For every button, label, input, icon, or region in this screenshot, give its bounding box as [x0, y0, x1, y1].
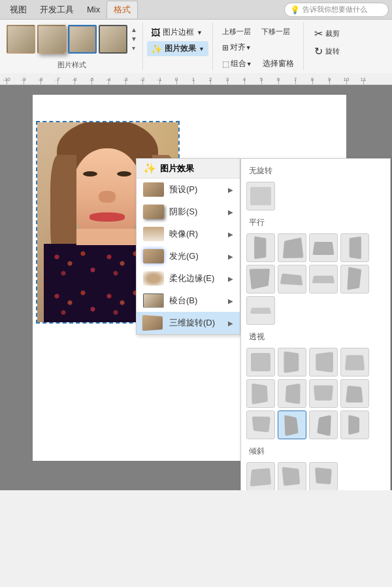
section-parallel-title: 平行 — [246, 216, 385, 229]
parallel-grid — [246, 233, 385, 325]
persp-9[interactable] — [246, 411, 275, 439]
search-placeholder: 告诉我你想要做什么 — [302, 5, 367, 14]
pic-border-btn[interactable]: 🖼 图片边框 ▼ — [147, 25, 208, 40]
t10-shape — [284, 415, 299, 437]
no-rotate-shape — [250, 187, 271, 205]
pic-effect-arrow: ▼ — [199, 46, 204, 52]
parallel-6[interactable] — [278, 265, 306, 294]
search-box[interactable]: 💡 告诉我你想要做什么 — [284, 3, 389, 17]
t1-shape — [251, 353, 270, 371]
tab-mix[interactable]: Mix — [80, 2, 106, 17]
pic-effect-btn[interactable]: ✨ 图片效果 ▼ — [147, 41, 208, 56]
horizontal-ruler: -10-9-8-7-6-5-4-3-2-101234567891011 — [0, 73, 392, 85]
parallel-5[interactable] — [246, 265, 275, 294]
menu-item-bevel[interactable]: 棱台(B) ▶ — [137, 290, 240, 312]
p8-shape — [347, 267, 361, 290]
group-btn[interactable]: ⬚ 组合 ▼ — [218, 56, 256, 71]
face — [71, 148, 143, 240]
persp-8[interactable] — [340, 379, 369, 408]
align-btn[interactable]: ⊞ 对齐 ▼ — [218, 40, 255, 55]
select-pane-btn[interactable]: 选择窗格 — [259, 56, 298, 71]
scroll-up-arrow[interactable]: ▲ — [131, 25, 137, 35]
reflection-arrow: ▶ — [228, 231, 233, 238]
parallel-2[interactable] — [278, 233, 306, 262]
bevel-icon — [143, 294, 164, 308]
tab-devtools[interactable]: 开发工具 — [33, 1, 80, 18]
soft-edges-icon — [143, 271, 164, 286]
3d-rotation-arrow: ▶ — [228, 320, 233, 327]
menu-item-preset[interactable]: 预设(P) ▶ — [137, 178, 240, 201]
t9-shape — [252, 416, 271, 432]
scroll-down-arrow[interactable]: ▼ — [131, 35, 137, 44]
parallel-4[interactable] — [340, 233, 369, 262]
t3-shape — [316, 352, 333, 373]
o3-shape — [315, 467, 332, 484]
oblique-3[interactable] — [309, 462, 338, 490]
tab-format[interactable]: 格式 — [106, 1, 138, 18]
p3-shape — [312, 242, 334, 255]
persp-1[interactable] — [246, 348, 275, 377]
search-icon: 💡 — [290, 5, 300, 14]
glow-icon — [143, 249, 164, 263]
persp-10[interactable] — [278, 411, 306, 439]
canvas-area[interactable]: ✨ 图片效果 预设(P) ▶ 阴影(S) ▶ 映像(R) ▶ 发光(G) ▶ — [0, 85, 392, 490]
soft-edges-arrow: ▶ — [228, 275, 233, 282]
parallel-3[interactable] — [309, 233, 338, 262]
persp-2[interactable] — [278, 348, 306, 377]
persp-11[interactable] — [309, 411, 338, 439]
p2-shape — [283, 237, 304, 258]
3d-rotation-icon — [142, 315, 163, 331]
scroll-expand-arrow[interactable]: ▾ — [132, 44, 135, 53]
crop-icon: ✂ — [314, 27, 323, 40]
p1-shape — [254, 237, 266, 260]
pic-style-4[interactable] — [99, 25, 127, 54]
t8-shape — [346, 386, 363, 403]
persp-5[interactable] — [246, 379, 275, 408]
dropdown-header: ✨ 图片效果 — [137, 159, 240, 178]
rotate-icon: ↻ — [314, 45, 323, 58]
menu-item-shadow[interactable]: 阴影(S) ▶ — [137, 201, 240, 223]
persp-12[interactable] — [340, 411, 369, 439]
tab-view[interactable]: 视图 — [3, 1, 33, 18]
pic-effects-section: 🖼 图片边框 ▼ ✨ 图片效果 ▼ — [143, 22, 213, 71]
persp-4[interactable] — [340, 348, 369, 377]
rotate-btn[interactable]: ↻ 旋转 — [309, 42, 345, 60]
preset-icon — [143, 182, 164, 197]
persp-3[interactable] — [309, 348, 338, 377]
tab-bar: 视图 开发工具 Mix 格式 💡 告诉我你想要做什么 — [0, 0, 392, 20]
preset-arrow: ▶ — [228, 186, 233, 193]
menu-item-glow[interactable]: 发光(G) ▶ — [137, 245, 240, 267]
pic-styles-row: ▲ ▼ ▾ — [7, 25, 137, 54]
ribbon: ▲ ▼ ▾ 图片样式 🖼 图片边框 ▼ ✨ 图片效果 ▼ 上移一层 下移一层 — [0, 20, 392, 73]
t4-shape — [345, 355, 365, 370]
bring-forward-btn[interactable]: 上移一层 — [218, 25, 255, 39]
t2-shape — [284, 351, 299, 373]
perspective-grid — [246, 348, 385, 439]
pic-style-3[interactable] — [68, 25, 97, 54]
oblique-1[interactable] — [246, 462, 275, 490]
p5-shape — [249, 269, 270, 290]
t11-shape — [317, 415, 331, 437]
right-eye — [117, 171, 131, 176]
pic-style-1[interactable] — [7, 25, 35, 54]
pic-border-icon: 🖼 — [151, 27, 160, 38]
section-perspective-title: 透视 — [246, 330, 385, 344]
persp-6[interactable] — [278, 379, 306, 408]
persp-7[interactable] — [309, 379, 338, 408]
nose — [99, 191, 116, 203]
pic-styles-label: 图片样式 — [7, 58, 137, 70]
parallel-1[interactable] — [246, 233, 275, 262]
pic-style-2[interactable] — [37, 25, 66, 54]
menu-item-3d-rotation[interactable]: 三维旋转(D) ▶ — [137, 312, 240, 334]
menu-item-soft-edges[interactable]: 柔化边缘(E) ▶ — [137, 267, 240, 290]
parallel-7[interactable] — [309, 265, 338, 294]
p6-shape — [280, 273, 303, 285]
parallel-8[interactable] — [340, 265, 369, 294]
bring-to-front-btn[interactable]: 下移一层 — [257, 25, 294, 39]
group-icon: ⬚ — [222, 59, 229, 69]
oblique-2[interactable] — [278, 462, 306, 490]
parallel-9[interactable] — [246, 296, 275, 325]
rotation-none[interactable] — [246, 182, 275, 210]
crop-btn[interactable]: ✂ 裁剪 — [309, 25, 345, 42]
menu-item-reflection[interactable]: 映像(R) ▶ — [137, 223, 240, 245]
